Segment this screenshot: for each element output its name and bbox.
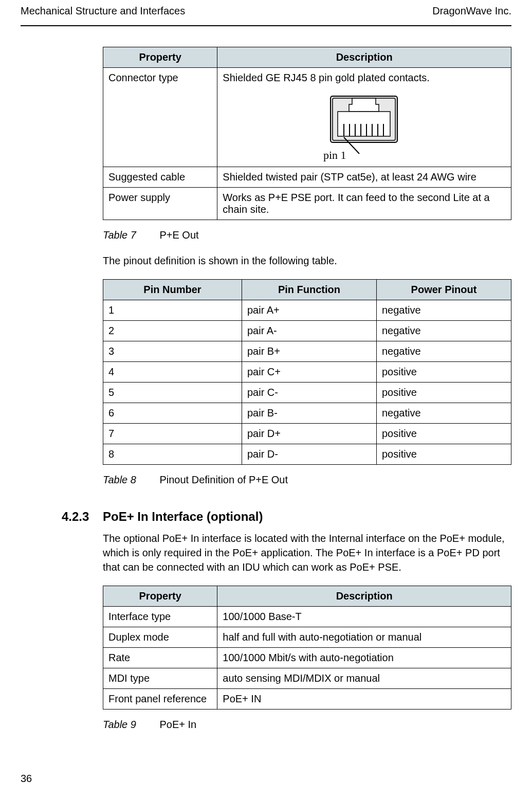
cell-property: Rate: [103, 648, 217, 668]
table-row: Power supply Works as P+E PSE port. It c…: [103, 188, 511, 220]
section-number: 4.2.3: [62, 510, 103, 524]
cell-description: half and full with auto-negotiation or m…: [217, 627, 511, 648]
table8-caption: Table 8 Pinout Definition of P+E Out: [103, 474, 511, 486]
cell-property: Front panel reference: [103, 689, 217, 710]
header-right: DragonWave Inc.: [432, 5, 511, 17]
table-row: 4 pair C+ positive: [103, 362, 511, 383]
table8-caption-text: Pinout Definition of P+E Out: [159, 474, 288, 485]
cell-pin-function: pair B-: [242, 403, 376, 424]
cell-pin-number: 2: [103, 321, 242, 341]
table-row: 5 pair C- positive: [103, 383, 511, 403]
cell-power-pinout: positive: [376, 383, 511, 403]
cell-property: Suggested cable: [103, 167, 217, 188]
section-title: PoE+ In Interface (optional): [103, 510, 263, 524]
table-header-row: Property Description: [103, 586, 511, 607]
table-row: 3 pair B+ negative: [103, 341, 511, 362]
cell-power-pinout: positive: [376, 362, 511, 383]
cell-pin-number: 4: [103, 362, 242, 383]
table-row: 7 pair D+ positive: [103, 424, 511, 444]
th-description: Description: [217, 47, 511, 68]
cell-power-pinout: negative: [376, 300, 511, 321]
cell-pin-function: pair A+: [242, 300, 376, 321]
cell-power-pinout: negative: [376, 321, 511, 341]
table-row: Duplex mode half and full with auto-nego…: [103, 627, 511, 648]
table-row: Interface type 100/1000 Base-T: [103, 607, 511, 627]
table-row: Connector type Shielded GE RJ45 8 pin go…: [103, 68, 511, 167]
table-row: 8 pair D- positive: [103, 444, 511, 465]
rj45-connector-figure: pin 1: [223, 93, 506, 162]
section-heading: 4.2.3 PoE+ In Interface (optional): [62, 510, 511, 524]
cell-description: auto sensing MDI/MDIX or manual: [217, 668, 511, 689]
cell-description: Works as P+E PSE port. It can feed to th…: [217, 188, 511, 220]
cell-pin-function: pair C-: [242, 383, 376, 403]
cell-description: Shielded GE RJ45 8 pin gold plated conta…: [217, 68, 511, 167]
cell-property: Duplex mode: [103, 627, 217, 648]
table-row: 1 pair A+ negative: [103, 300, 511, 321]
cell-description: 100/1000 Mbit/s with auto-negotiation: [217, 648, 511, 668]
page-number: 36: [21, 773, 32, 785]
header-left: Mechanical Structure and Interfaces: [21, 5, 185, 17]
table7-caption-label: Table 7: [103, 229, 136, 241]
cell-description: PoE+ IN: [217, 689, 511, 710]
cell-power-pinout: negative: [376, 403, 511, 424]
cell-pin-number: 5: [103, 383, 242, 403]
cell-power-pinout: positive: [376, 424, 511, 444]
cell-pin-number: 1: [103, 300, 242, 321]
cell-property: Power supply: [103, 188, 217, 220]
table7-caption: Table 7 P+E Out: [103, 229, 511, 241]
th-description: Description: [217, 586, 511, 607]
th-power-pinout: Power Pinout: [376, 280, 511, 300]
cell-property: Connector type: [103, 68, 217, 167]
table7-caption-text: P+E Out: [159, 229, 198, 241]
table-row: Front panel reference PoE+ IN: [103, 689, 511, 710]
svg-rect-2: [338, 112, 390, 136]
table9-caption: Table 9 PoE+ In: [103, 719, 511, 731]
cell-power-pinout: negative: [376, 341, 511, 362]
th-pin-function: Pin Function: [242, 280, 376, 300]
cell-pin-function: pair C+: [242, 362, 376, 383]
th-property: Property: [103, 47, 217, 68]
cell-description: Shielded twisted pair (STP cat5e), at le…: [217, 167, 511, 188]
table-row: 6 pair B- negative: [103, 403, 511, 424]
table-pe-out-properties: Property Description Connector type Shie…: [103, 47, 511, 220]
table-row: Rate 100/1000 Mbit/s with auto-negotiati…: [103, 648, 511, 668]
cell-pin-function: pair D-: [242, 444, 376, 465]
th-pin-number: Pin Number: [103, 280, 242, 300]
cell-property: Interface type: [103, 607, 217, 627]
cell-pin-number: 7: [103, 424, 242, 444]
cell-description-text: Shielded GE RJ45 8 pin gold plated conta…: [223, 72, 429, 83]
cell-pin-function: pair B+: [242, 341, 376, 362]
cell-pin-function: pair D+: [242, 424, 376, 444]
table-row: MDI type auto sensing MDI/MDIX or manual: [103, 668, 511, 689]
pin1-label: pin 1: [323, 149, 346, 161]
table8-caption-label: Table 8: [103, 474, 136, 485]
cell-power-pinout: positive: [376, 444, 511, 465]
table-header-row: Property Description: [103, 47, 511, 68]
running-header: Mechanical Structure and Interfaces Drag…: [21, 0, 511, 26]
pinout-intro-text: The pinout definition is shown in the fo…: [103, 253, 511, 268]
rj45-connector-icon: pin 1: [323, 93, 406, 162]
cell-pin-function: pair A-: [242, 321, 376, 341]
table-row: 2 pair A- negative: [103, 321, 511, 341]
cell-description: 100/1000 Base-T: [217, 607, 511, 627]
cell-property: MDI type: [103, 668, 217, 689]
th-property: Property: [103, 586, 217, 607]
table-pinout-definition: Pin Number Pin Function Power Pinout 1 p…: [103, 279, 511, 465]
cell-pin-number: 6: [103, 403, 242, 424]
cell-pin-number: 3: [103, 341, 242, 362]
table-poe-in-properties: Property Description Interface type 100/…: [103, 586, 511, 710]
section-body: The optional PoE+ In interface is locate…: [103, 531, 511, 574]
table-header-row: Pin Number Pin Function Power Pinout: [103, 280, 511, 300]
table9-caption-text: PoE+ In: [159, 719, 196, 730]
cell-pin-number: 8: [103, 444, 242, 465]
table9-caption-label: Table 9: [103, 719, 136, 730]
table-row: Suggested cable Shielded twisted pair (S…: [103, 167, 511, 188]
